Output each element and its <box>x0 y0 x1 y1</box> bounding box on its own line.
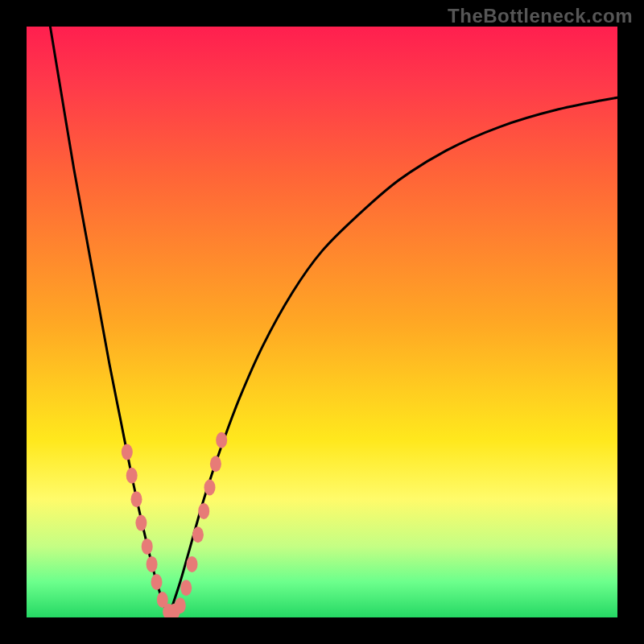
data-marker <box>210 456 221 472</box>
data-marker <box>204 480 216 496</box>
marker-group <box>122 432 227 617</box>
chart-stage: TheBottleneck.com <box>0 0 644 644</box>
data-marker <box>122 444 133 460</box>
data-marker <box>131 491 142 507</box>
data-marker <box>216 432 227 448</box>
data-marker <box>147 556 158 572</box>
data-marker <box>175 597 186 613</box>
plot-area <box>27 27 617 617</box>
data-marker <box>135 515 147 531</box>
data-marker <box>151 574 163 590</box>
data-marker <box>198 503 209 519</box>
curve-right-arm <box>168 97 617 617</box>
curve-left-arm <box>50 27 168 617</box>
curve-svg <box>27 27 617 617</box>
data-marker <box>192 526 204 543</box>
data-marker <box>180 580 192 596</box>
data-marker <box>187 556 198 572</box>
watermark-text: TheBottleneck.com <box>448 5 633 27</box>
data-marker <box>126 468 138 484</box>
data-marker <box>142 539 153 555</box>
